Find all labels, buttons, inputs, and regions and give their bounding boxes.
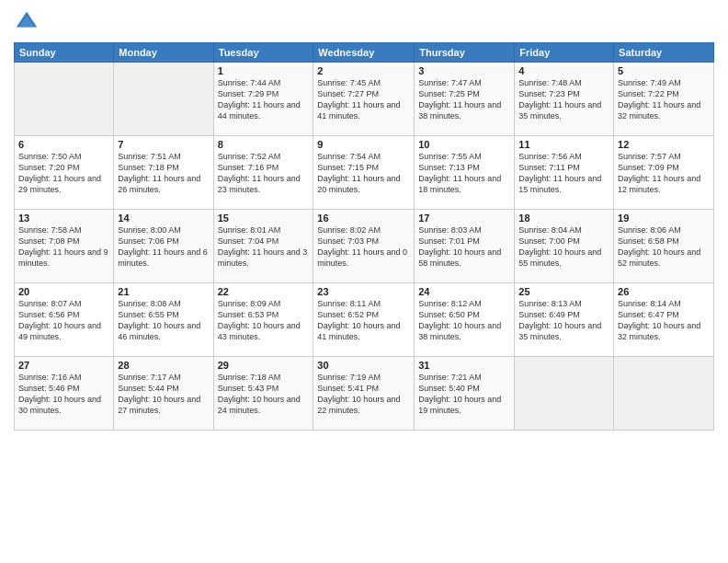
day-info: Sunrise: 8:11 AM Sunset: 6:52 PM Dayligh… (317, 298, 410, 343)
day-info: Sunrise: 8:03 AM Sunset: 7:01 PM Dayligh… (418, 224, 510, 270)
calendar-cell: 27Sunrise: 7:16 AM Sunset: 5:46 PM Dayli… (15, 357, 114, 431)
day-info: Sunrise: 8:09 AM Sunset: 6:53 PM Dayligh… (218, 298, 310, 343)
col-header-saturday: Saturday (614, 43, 714, 63)
day-number: 20 (18, 286, 109, 297)
day-info: Sunrise: 7:49 AM Sunset: 7:22 PM Dayligh… (618, 77, 710, 122)
day-info: Sunrise: 7:16 AM Sunset: 5:46 PM Dayligh… (18, 372, 109, 417)
day-info: Sunrise: 7:17 AM Sunset: 5:44 PM Dayligh… (118, 372, 209, 417)
day-number: 14 (118, 213, 209, 224)
calendar-cell: 24Sunrise: 8:12 AM Sunset: 6:50 PM Dayli… (415, 283, 515, 357)
day-number: 24 (418, 286, 510, 297)
day-info: Sunrise: 8:12 AM Sunset: 6:50 PM Dayligh… (418, 298, 510, 343)
day-number: 25 (518, 286, 609, 297)
day-number: 15 (218, 213, 310, 224)
calendar-cell: 14Sunrise: 8:00 AM Sunset: 7:06 PM Dayli… (114, 210, 213, 283)
day-number: 12 (618, 139, 710, 150)
calendar-cell: 28Sunrise: 7:17 AM Sunset: 5:44 PM Dayli… (114, 357, 213, 431)
day-info: Sunrise: 7:58 AM Sunset: 7:08 PM Dayligh… (18, 224, 109, 270)
day-info: Sunrise: 8:01 AM Sunset: 7:04 PM Dayligh… (218, 224, 310, 270)
day-number: 4 (518, 65, 609, 76)
calendar-cell: 12Sunrise: 7:57 AM Sunset: 7:09 PM Dayli… (614, 136, 714, 210)
day-number: 31 (418, 360, 510, 371)
day-number: 26 (618, 286, 710, 297)
calendar-cell (515, 357, 614, 431)
calendar-cell: 5Sunrise: 7:49 AM Sunset: 7:22 PM Daylig… (614, 63, 714, 136)
day-number: 23 (317, 286, 410, 297)
day-info: Sunrise: 8:04 AM Sunset: 7:00 PM Dayligh… (518, 224, 609, 270)
day-number: 18 (518, 213, 609, 224)
calendar-cell: 17Sunrise: 8:03 AM Sunset: 7:01 PM Dayli… (415, 210, 515, 283)
day-info: Sunrise: 7:21 AM Sunset: 5:40 PM Dayligh… (418, 372, 510, 417)
calendar-week-2: 6Sunrise: 7:50 AM Sunset: 7:20 PM Daylig… (15, 136, 714, 210)
day-info: Sunrise: 7:52 AM Sunset: 7:16 PM Dayligh… (218, 151, 310, 196)
col-header-friday: Friday (515, 43, 614, 63)
day-number: 10 (418, 139, 510, 150)
day-info: Sunrise: 7:55 AM Sunset: 7:13 PM Dayligh… (418, 151, 510, 196)
calendar-cell: 15Sunrise: 8:01 AM Sunset: 7:04 PM Dayli… (213, 210, 313, 283)
day-info: Sunrise: 7:54 AM Sunset: 7:15 PM Dayligh… (317, 151, 410, 196)
day-number: 22 (218, 286, 310, 297)
day-number: 7 (118, 139, 209, 150)
day-info: Sunrise: 8:02 AM Sunset: 7:03 PM Dayligh… (317, 224, 410, 270)
calendar-cell (114, 63, 213, 136)
calendar-cell (614, 357, 714, 431)
logo (14, 9, 43, 35)
calendar-week-5: 27Sunrise: 7:16 AM Sunset: 5:46 PM Dayli… (15, 357, 714, 431)
calendar-cell: 19Sunrise: 8:06 AM Sunset: 6:58 PM Dayli… (614, 210, 714, 283)
day-number: 28 (118, 360, 209, 371)
day-number: 21 (118, 286, 209, 297)
calendar-cell: 9Sunrise: 7:54 AM Sunset: 7:15 PM Daylig… (313, 136, 415, 210)
calendar-header-row: SundayMondayTuesdayWednesdayThursdayFrid… (15, 43, 714, 63)
day-number: 3 (418, 65, 510, 76)
day-number: 2 (317, 65, 410, 76)
day-info: Sunrise: 7:56 AM Sunset: 7:11 PM Dayligh… (518, 151, 609, 196)
day-info: Sunrise: 8:08 AM Sunset: 6:55 PM Dayligh… (118, 298, 209, 343)
day-number: 30 (317, 360, 410, 371)
page: SundayMondayTuesdayWednesdayThursdayFrid… (0, 0, 728, 563)
calendar-cell: 26Sunrise: 8:14 AM Sunset: 6:47 PM Dayli… (614, 283, 714, 357)
day-info: Sunrise: 8:06 AM Sunset: 6:58 PM Dayligh… (618, 224, 710, 270)
calendar-cell: 6Sunrise: 7:50 AM Sunset: 7:20 PM Daylig… (15, 136, 114, 210)
calendar-cell: 29Sunrise: 7:18 AM Sunset: 5:43 PM Dayli… (213, 357, 313, 431)
calendar-week-3: 13Sunrise: 7:58 AM Sunset: 7:08 PM Dayli… (15, 210, 714, 283)
calendar-cell: 11Sunrise: 7:56 AM Sunset: 7:11 PM Dayli… (515, 136, 614, 210)
calendar-week-1: 1Sunrise: 7:44 AM Sunset: 7:29 PM Daylig… (15, 63, 714, 136)
day-info: Sunrise: 7:19 AM Sunset: 5:41 PM Dayligh… (317, 372, 410, 417)
day-info: Sunrise: 7:51 AM Sunset: 7:18 PM Dayligh… (118, 151, 209, 196)
col-header-thursday: Thursday (415, 43, 515, 63)
day-number: 16 (317, 213, 410, 224)
day-number: 6 (18, 139, 109, 150)
calendar-cell: 30Sunrise: 7:19 AM Sunset: 5:41 PM Dayli… (313, 357, 415, 431)
calendar-cell: 23Sunrise: 8:11 AM Sunset: 6:52 PM Dayli… (313, 283, 415, 357)
calendar-cell: 1Sunrise: 7:44 AM Sunset: 7:29 PM Daylig… (213, 63, 313, 136)
day-info: Sunrise: 7:44 AM Sunset: 7:29 PM Dayligh… (218, 77, 310, 122)
day-info: Sunrise: 8:14 AM Sunset: 6:47 PM Dayligh… (618, 298, 710, 343)
col-header-tuesday: Tuesday (213, 43, 313, 63)
calendar-cell: 3Sunrise: 7:47 AM Sunset: 7:25 PM Daylig… (415, 63, 515, 136)
day-number: 27 (18, 360, 109, 371)
day-info: Sunrise: 8:13 AM Sunset: 6:49 PM Dayligh… (518, 298, 609, 343)
calendar-cell: 21Sunrise: 8:08 AM Sunset: 6:55 PM Dayli… (114, 283, 213, 357)
day-info: Sunrise: 7:18 AM Sunset: 5:43 PM Dayligh… (218, 372, 310, 417)
day-info: Sunrise: 7:45 AM Sunset: 7:27 PM Dayligh… (317, 77, 410, 122)
calendar-cell: 10Sunrise: 7:55 AM Sunset: 7:13 PM Dayli… (415, 136, 515, 210)
day-info: Sunrise: 7:57 AM Sunset: 7:09 PM Dayligh… (618, 151, 710, 196)
day-number: 19 (618, 213, 710, 224)
day-number: 29 (218, 360, 310, 371)
day-number: 11 (518, 139, 609, 150)
calendar-cell (15, 63, 114, 136)
day-number: 13 (18, 213, 109, 224)
day-number: 9 (317, 139, 410, 150)
col-header-monday: Monday (114, 43, 213, 63)
col-header-wednesday: Wednesday (313, 43, 415, 63)
calendar-cell: 31Sunrise: 7:21 AM Sunset: 5:40 PM Dayli… (415, 357, 515, 431)
logo-icon (14, 9, 40, 35)
calendar-cell: 2Sunrise: 7:45 AM Sunset: 7:27 PM Daylig… (313, 63, 415, 136)
col-header-sunday: Sunday (15, 43, 114, 63)
calendar-cell: 20Sunrise: 8:07 AM Sunset: 6:56 PM Dayli… (15, 283, 114, 357)
calendar-cell: 8Sunrise: 7:52 AM Sunset: 7:16 PM Daylig… (213, 136, 313, 210)
day-number: 5 (618, 65, 710, 76)
day-info: Sunrise: 8:07 AM Sunset: 6:56 PM Dayligh… (18, 298, 109, 343)
day-info: Sunrise: 7:47 AM Sunset: 7:25 PM Dayligh… (418, 77, 510, 122)
day-number: 1 (218, 65, 310, 76)
